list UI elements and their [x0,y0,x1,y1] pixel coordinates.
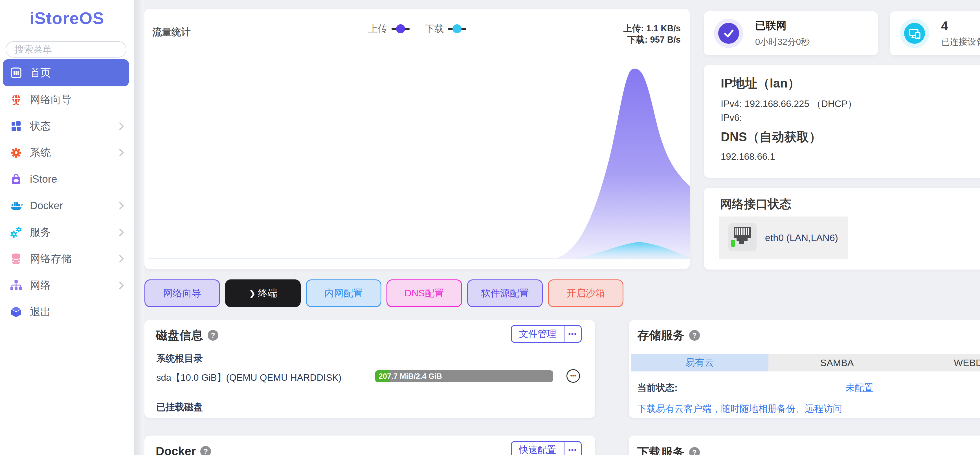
docker-card: Docker ? 快速配置 ••• [145,436,595,455]
mounted-disks-section-label: 已挂载磁盘 [156,401,203,413]
dns-value: 192.168.66.1 [721,151,775,162]
ipv4-value: IPv4: 192.168.66.225 （DHCP） [721,97,857,110]
lan-config-label: 内网配置 [325,287,363,300]
interface-eth0-item[interactable]: eth0 (LAN,LAN6) [719,217,848,259]
devices-count: 4 [941,19,980,33]
disk-info-card: 磁盘信息 ? 文件管理 ••• 系统根目录 sda【10.0 GiB】(QEMU… [145,320,595,418]
dns-config-label: DNS配置 [404,287,444,300]
chevron-right-icon [118,281,124,290]
upload-line-marker-icon [391,24,410,33]
docker-more-button[interactable]: ••• [565,442,581,455]
file-manager-split-button: 文件管理 ••• [511,325,582,343]
sidebar-item-label: Docker [30,200,63,212]
download-line-marker-icon [448,24,466,33]
sidebar-menu: 首页 网络向导 状态 系统 [0,59,134,325]
root-dir-section-label: 系统根目录 [156,352,203,365]
sidebar-item-label: 网络向导 [30,93,72,107]
sidebar-item-label: 网络存储 [30,252,72,266]
sidebar-item-system[interactable]: 系统 [0,139,134,166]
sidebar-item-label: 网络 [30,278,51,292]
check-halo [714,19,743,48]
dns-config-button[interactable]: DNS配置 [387,279,462,307]
sandbox-button[interactable]: 开启沙箱 [548,279,624,307]
ip-card-title: IP地址（lan） [721,75,800,92]
search-input[interactable] [6,41,126,57]
storage-status-value[interactable]: 未配置 [845,382,873,394]
gear-icon [10,146,22,159]
database-icon [10,252,22,265]
storage-service-card: 存储服务 ? 易有云 SAMBA WEBDAV 当前状态: 未配置 下载易有云客… [629,320,980,418]
dns-title: DNS（自动获取） [721,129,821,145]
storage-status-label: 当前状态: [637,382,678,394]
chevron-right-icon [118,255,124,263]
sidebar-item-network[interactable]: 网络 [0,272,134,299]
sidebar-item-label: 服务 [30,225,51,239]
network-interface-card: 网络接口状态 eth0 (LAN,LAN6) [704,188,980,270]
help-icon[interactable]: ? [689,447,700,455]
terminal-button[interactable]: ❯ 终端 [225,279,301,307]
interface-label: eth0 (LAN,LAN6) [765,232,838,243]
sidebar-item-network-storage[interactable]: 网络存储 [0,246,134,272]
file-manager-button[interactable]: 文件管理 [512,326,565,342]
traffic-card: 流量统计 上传 下载 上传: 1.1 KB/s 下载: 957 B/s [145,9,690,269]
source-config-label: 软件源配置 [481,287,529,300]
disk-title-text: 磁盘信息 [156,327,203,343]
dashboard-icon [10,66,22,79]
help-icon[interactable]: ? [200,446,211,455]
disk-row-more-button[interactable]: ••• [566,369,580,383]
sidebar-item-docker[interactable]: Docker [0,193,134,219]
ipv6-value: IPv6: [721,112,742,123]
ethernet-port-icon [729,223,757,252]
storage-card-title: 存储服务 ? [637,327,700,343]
network-wizard-label: 网络向导 [163,287,201,300]
chevron-right-icon [118,148,124,157]
connected-devices-card: 4 已连接设备 [890,11,980,55]
network-wizard-button[interactable]: 网络向导 [145,279,220,307]
legend-download-label: 下载 [425,22,444,35]
chart-legend: 上传 下载 [145,22,690,35]
storage-title-text: 存储服务 [637,327,685,343]
docker-quick-config-button[interactable]: 快速配置 [512,442,565,455]
docker-card-title: Docker ? [156,445,211,455]
devices-text: 4 已连接设备 [941,19,980,48]
network-status-title: 已联网 [755,19,810,33]
devices-halo [900,19,929,48]
sidebar-shadow-edge [134,0,145,455]
sidebar-item-services[interactable]: 服务 [0,219,134,246]
traffic-area-chart [145,51,690,269]
help-icon[interactable]: ? [689,330,700,341]
chevron-right-icon [118,201,124,210]
help-icon[interactable]: ? [208,330,218,341]
legend-download[interactable]: 下载 [425,22,466,35]
disk-label: sda【10.0 GiB】(QEMU QEMU HARDDISK) [156,372,341,384]
devices-icon [904,23,925,44]
sidebar-item-label: 退出 [30,305,51,319]
legend-upload[interactable]: 上传 [368,22,410,35]
download-service-card: 下载服务 ? [629,436,980,455]
sidebar-item-logout[interactable]: 退出 [0,299,134,325]
lan-config-button[interactable]: 内网配置 [306,279,382,307]
tab-webdav[interactable]: WEBDAV [905,354,980,372]
traffic-rates: 上传: 1.1 KB/s 下载: 957 B/s [624,23,681,45]
interface-card-title: 网络接口状态 [720,196,791,212]
network-tree-icon [10,279,22,292]
yiyouyun-promo-link[interactable]: 下载易有云客户端，随时随地相册备份、远程访问 [637,402,842,415]
file-manager-more-button[interactable]: ••• [565,326,581,342]
services-gears-icon [10,226,22,239]
chevron-right-icon [118,228,124,236]
sidebar-item-status[interactable]: 状态 [0,113,134,139]
tab-yiyouyun[interactable]: 易有云 [631,354,768,372]
download-title-text: 下载服务 [637,445,685,455]
sidebar-item-home[interactable]: 首页 [3,59,129,86]
network-status-text: 已联网 0小时32分0秒 [755,19,810,48]
source-config-button[interactable]: 软件源配置 [467,279,543,307]
sidebar-item-label: 状态 [30,119,51,133]
sidebar-item-label: iStore [30,173,57,185]
sidebar-item-network-wizard[interactable]: 网络向导 [0,86,134,113]
chevron-right-icon [118,122,124,130]
tab-samba[interactable]: SAMBA [768,354,906,372]
cube-icon [10,305,22,318]
sidebar-item-istore[interactable]: iStore [0,166,134,193]
download-card-title: 下载服务 ? [637,445,700,455]
terminal-label: 终端 [258,287,277,300]
